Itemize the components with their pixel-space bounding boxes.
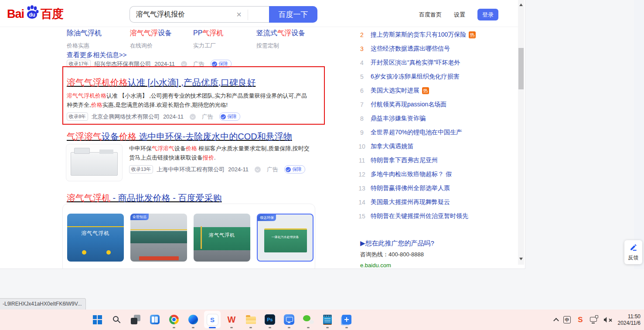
nav-settings[interactable]: 设置 [454,11,465,19]
search-input-box: × [129,6,269,23]
hot-search-item: 2 撞上劳斯莱斯的货车只有100万保险 热 [357,28,487,42]
chrome-taskbar-button[interactable] [166,311,182,328]
hot-rank: 2 [357,31,367,38]
ad-label: 广告 [193,60,204,68]
hot-search-link[interactable]: 鼎益丰涉嫌集资诈骗 [371,115,426,122]
related-link-title[interactable]: 溶气气浮设备 [130,29,193,38]
ime-indicator[interactable]: 中 [563,316,571,323]
guarantee-label: 保障 [227,113,237,120]
result2-body: 中申环保气浮溶气设备价格 根据客户水质水量要求定制,质量保障,按时交货马上点击链… [66,144,313,181]
sogou-tray-icon[interactable]: S [578,316,583,324]
hidden-icons-button[interactable] [554,317,563,323]
hot-search-link[interactable]: 这些经济数据透露出哪些信号 [371,45,450,53]
hot-search-link[interactable]: 美国最大摇摆州再现舞弊疑云 [371,198,450,206]
hot-rank: 10 [357,143,367,150]
promo-url-link[interactable]: e.baidu.com [360,262,391,269]
volume-muted-icon[interactable] [604,317,613,323]
product-image-1[interactable]: 溶气气浮机 [67,214,124,262]
photoshop-icon: Ps [265,314,275,325]
sogou-glyph: S [210,316,215,323]
product-image-3[interactable]: 溶气气浮机 [194,214,250,262]
hot-search-item: 3 这些经济数据透露出哪些信号 热 [357,42,487,56]
page-scrollbar[interactable] [518,0,524,265]
nav-baidu-home[interactable]: 百度首页 [419,11,442,19]
notepad-icon [323,315,332,325]
taskbar-clock[interactable]: 11:50 2024/11/6 [618,313,641,327]
product-image-label: 一体化污水处理设备 [258,235,313,239]
related-link-column: 溶气气浮设备 在线询价 [130,29,193,50]
hot-rank: 14 [357,199,367,206]
edge-taskbar-button[interactable] [185,311,201,328]
hot-search-link[interactable]: 美国大选实时进展 [371,87,419,95]
related-link-subtitle: 按需定制 [256,42,320,50]
related-link-subtitle: 实力工厂 [193,42,256,50]
new-window-app-button[interactable] [338,311,355,328]
index-age-badge: 收录8年 [67,112,88,121]
baidu-search-button[interactable]: 百度一下 [269,6,317,23]
guarantee-badge: 保障 [211,60,232,68]
result2-title-link[interactable]: 气浮溶气设备价格 选中申环保-去除废水中的COD和悬浮物 [67,131,292,143]
hot-search-item: 10 加拿大偶遇姚笛 热 [357,139,487,153]
guarantee-badge: 保障 [219,112,240,121]
promote-product-link[interactable]: ▶想在此推广您的产品吗? [360,239,434,248]
feedback-button[interactable]: 反馈 [624,240,642,264]
hot-search-link[interactable]: 特朗普赢得佛州全部选举人票 [371,184,450,192]
baidu-logo[interactable]: Bai du 百度 [7,5,63,23]
related-link-subtitle: 价格实惠 [67,42,130,50]
widgets-button[interactable] [147,311,163,328]
index-age-badge: 收录13年 [129,165,153,174]
hot-search-link[interactable]: 特朗普拿下西弗吉尼亚州 [371,156,438,164]
result-dropdown-icon[interactable] [181,61,187,67]
company-name: 上海中申环境工程有限公司 [157,166,225,174]
wechat-taskbar-button[interactable] [300,311,317,328]
product-image-badge: 领达环保 [258,214,276,221]
hot-rank: 12 [357,171,367,178]
taskbar-search-button[interactable] [108,311,125,328]
hot-search-link[interactable]: 开封景区演出“真枪实弹”吓坏老外 [371,59,460,67]
related-link-title[interactable]: PP气浮机 [193,29,256,38]
hot-search-link[interactable]: 撞上劳斯莱斯的货车只有100万保险 [371,31,466,39]
result1-title-link[interactable]: 溶气气浮机价格认准 [小水滴] ,产品优质,口碑良好 [67,77,256,88]
clear-search-icon[interactable]: × [234,10,244,19]
hot-search-link[interactable]: 加拿大偶遇姚笛 [371,143,413,150]
file-explorer-button[interactable] [242,311,259,328]
login-button[interactable]: 登录 [477,9,498,20]
hot-search-link[interactable]: 6岁女孩冷冻卵巢组织免化疗损害 [371,73,460,81]
scroll-up-arrow-icon[interactable] [519,2,523,6]
hot-search-item: 14 美国最大摇摆州再现舞弊疑云 热 [357,195,487,209]
related-link-column: 竖流式气浮设备 按需定制 [256,29,320,50]
photoshop-taskbar-button[interactable]: Ps [262,311,278,328]
scrollbar-thumb[interactable] [518,48,524,89]
result-dropdown-icon[interactable] [190,114,196,120]
search-input[interactable] [130,7,269,22]
sogou-browser-taskbar-button[interactable]: S [204,311,221,328]
hot-search-link[interactable]: 特朗普在关键摇摆州佐治亚暂时领先 [371,212,468,220]
search-icon [113,316,119,322]
notepad-taskbar-button[interactable] [319,311,336,328]
hot-search-item: 11 特朗普拿下西弗吉尼亚州 热 [357,153,487,167]
result3-title-link[interactable]: 溶气气浮机 - 商品批发价格 - 百度爱采购 [67,192,222,204]
taskbar-icons: S W Ps [89,311,355,328]
scroll-down-arrow-icon[interactable] [519,258,523,262]
hot-search-link[interactable]: 多地牛肉检出致癌物超标？ 假 [371,170,452,178]
result2-thumbnail[interactable] [66,144,123,181]
hot-rank: 13 [357,185,367,192]
result-dropdown-icon[interactable] [255,167,261,173]
guarantee-label: 保障 [292,166,302,173]
more-related-link[interactable]: 查看更多相关信息>> [67,51,127,59]
task-view-button[interactable] [127,311,144,328]
related-link-title[interactable]: 竖流式气浮设备 [256,29,320,38]
ps-glyph: Ps [267,317,273,322]
related-link-title[interactable]: 除油气浮机 [67,29,130,38]
hot-search-link[interactable]: 全世界超70%的锂电池在中国生产 [371,129,462,136]
network-icon[interactable] [590,317,597,322]
product-image-4[interactable]: 领达环保 一体化污水处理设备 [257,214,313,262]
ad-label: 广告 [202,113,213,121]
start-button[interactable] [89,311,106,328]
wps-taskbar-button[interactable]: W [223,311,240,328]
feedback-label: 反馈 [624,254,642,262]
pc-manager-taskbar-button[interactable] [281,311,297,328]
hot-rank: 6 [357,87,367,94]
product-image-2[interactable]: 金世恒远 [130,214,187,262]
hot-search-link[interactable]: 付航领奖再现passion名场面 [371,101,446,109]
